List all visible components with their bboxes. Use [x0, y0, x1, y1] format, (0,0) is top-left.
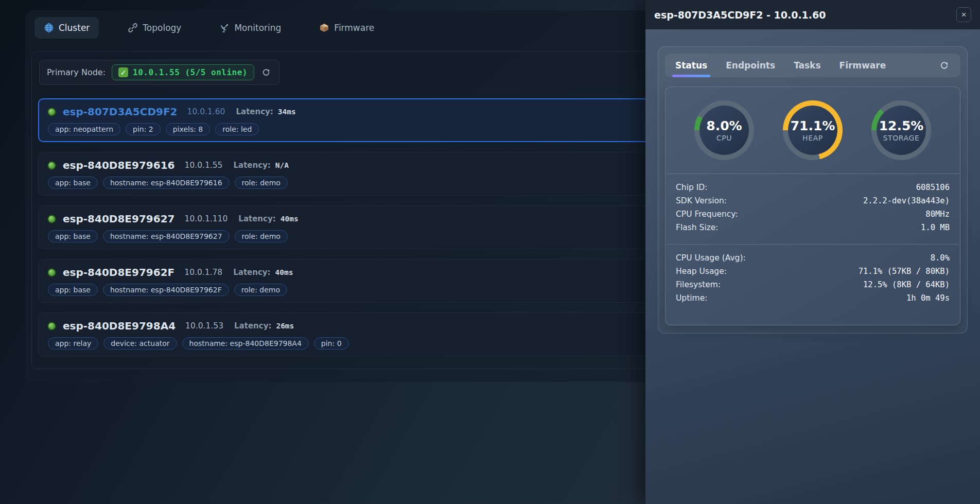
info-row: Heap Usage: 71.1% (57KB / 80KB)	[676, 267, 950, 280]
nav-tab-firmware[interactable]: Firmware	[310, 17, 383, 39]
nav-tab-cluster[interactable]: Cluster	[34, 17, 99, 39]
node-badge: app: relay	[48, 337, 98, 350]
node-online-icon	[47, 161, 56, 170]
latency-label: Latency:	[238, 214, 275, 223]
node-ip: 10.0.1.55	[185, 161, 223, 170]
check-icon: ✓	[118, 67, 128, 77]
node-name[interactable]: esp-840D8E979627	[63, 213, 175, 225]
detail-tab-bar: Status Endpoints Tasks Firmware	[665, 54, 960, 77]
info-value: 12.5% (8KB / 64KB)	[863, 280, 950, 289]
nav-tab-label: Firmware	[334, 23, 374, 33]
node-badge: app: base	[48, 230, 98, 242]
status-panel: 8.0% CPU 71.1% HEAP 12.5% STORAGE	[665, 86, 960, 325]
info-label: CPU Usage (Avg):	[676, 253, 746, 263]
info-label: CPU Frequency:	[676, 210, 738, 219]
node-badge: app: neopattern	[48, 123, 120, 135]
node-online-icon	[47, 215, 56, 223]
info-row: Flash Size: 1.0 MB	[676, 223, 950, 236]
drawer-header: esp-807D3A5CD9F2 - 10.0.1.60 ×	[645, 0, 980, 29]
usage-info-section: CPU Usage (Avg): 8.0% Heap Usage: 71.1% …	[666, 245, 960, 315]
info-row: Filesystem: 12.5% (8KB / 64KB)	[676, 280, 950, 293]
nav-tab-label: Monitoring	[234, 23, 281, 33]
latency-value: 40ms	[275, 268, 293, 276]
info-label: Chip ID:	[676, 183, 707, 192]
drawer-title: esp-807D3A5CD9F2 - 10.0.1.60	[654, 9, 826, 21]
info-value: 1h 0m 49s	[906, 293, 950, 303]
node-badge: pixels: 8	[166, 123, 211, 135]
info-row: Chip ID: 6085106	[676, 183, 950, 196]
node-name[interactable]: esp-840D8E9798A4	[63, 320, 176, 332]
node-badge: device: actuator	[103, 337, 177, 350]
node-badge: role: demo	[234, 284, 287, 296]
info-value: 6085106	[916, 183, 950, 192]
latency-value: 34ms	[278, 108, 296, 116]
node-badge: hostname: esp-840D8E9798A4	[182, 337, 309, 350]
storage-gauge: 12.5% STORAGE	[871, 100, 931, 160]
storage-gauge-label: STORAGE	[883, 134, 920, 142]
primary-node-label: Primary Node:	[47, 67, 106, 77]
node-ip: 10.0.1.78	[184, 268, 222, 277]
latency-label: Latency:	[233, 268, 270, 277]
link-icon	[128, 23, 138, 33]
info-row: CPU Frequency: 80MHz	[676, 210, 950, 223]
info-row: Uptime: 1h 0m 49s	[676, 293, 950, 307]
latency-value: 26ms	[276, 322, 294, 330]
package-icon	[319, 23, 329, 33]
primary-node-value: 10.0.1.55 (5/5 online)	[133, 67, 248, 77]
tab-status[interactable]: Status	[675, 54, 707, 77]
info-label: SDK Version:	[676, 196, 727, 205]
node-badge: app: base	[48, 284, 98, 296]
node-ip: 10.0.1.53	[185, 321, 223, 331]
info-label: Heap Usage:	[676, 267, 727, 276]
node-online-icon	[47, 108, 56, 116]
refresh-status-button[interactable]	[938, 60, 950, 72]
info-row: CPU Usage (Avg): 8.0%	[676, 253, 950, 267]
info-value: 71.1% (57KB / 80KB)	[859, 267, 950, 276]
node-name[interactable]: esp-807D3A5CD9F2	[63, 106, 178, 118]
info-value: 2.2.2-dev(38a443e)	[863, 196, 950, 205]
info-label: Filesystem:	[676, 280, 721, 289]
latency-label: Latency:	[234, 321, 271, 331]
globe-icon	[44, 23, 54, 33]
node-badge: role: demo	[235, 177, 288, 189]
node-badge: hostname: esp-840D8E97962F	[103, 284, 229, 296]
node-ip: 10.0.1.60	[187, 107, 225, 116]
tab-tasks[interactable]: Tasks	[794, 54, 820, 77]
info-row: SDK Version: 2.2.2-dev(38a443e)	[676, 196, 950, 210]
latency-value: N/A	[275, 161, 289, 169]
tab-endpoints[interactable]: Endpoints	[726, 54, 775, 77]
tab-firmware[interactable]: Firmware	[839, 54, 886, 77]
storage-gauge-value: 12.5%	[879, 118, 924, 133]
latency-label: Latency:	[236, 107, 273, 116]
primary-node-bar: Primary Node: ✓ 10.0.1.55 (5/5 online)	[39, 60, 279, 85]
detail-card: Status Endpoints Tasks Firmware 8.0% CPU	[658, 46, 968, 334]
node-badge: role: demo	[235, 230, 288, 242]
cpu-gauge-value: 8.0%	[706, 118, 742, 133]
node-badge: hostname: esp-840D8E979616	[103, 177, 230, 189]
close-drawer-button[interactable]: ×	[956, 7, 971, 22]
node-online-icon	[47, 268, 56, 277]
gauge-row: 8.0% CPU 71.1% HEAP 12.5% STORAGE	[666, 87, 960, 173]
node-badge: pin: 0	[314, 337, 349, 350]
latency-value: 40ms	[281, 215, 299, 223]
primary-node-status-chip: ✓ 10.0.1.55 (5/5 online)	[112, 64, 254, 80]
info-label: Uptime:	[676, 293, 707, 303]
refresh-cluster-button[interactable]	[260, 67, 272, 78]
refresh-icon	[939, 61, 949, 71]
satellite-icon	[219, 23, 230, 33]
node-badge: app: base	[48, 177, 98, 189]
node-badge: pin: 2	[126, 123, 161, 135]
nav-tab-topology[interactable]: Topology	[118, 17, 190, 39]
node-detail-drawer: esp-807D3A5CD9F2 - 10.0.1.60 × Status En…	[645, 0, 980, 504]
node-ip: 10.0.1.110	[185, 214, 228, 223]
cpu-gauge: 8.0% CPU	[694, 100, 754, 160]
node-online-icon	[47, 322, 56, 331]
heap-gauge-value: 71.1%	[791, 118, 835, 133]
node-name[interactable]: esp-840D8E979616	[63, 159, 175, 171]
node-name[interactable]: esp-840D8E97962F	[63, 266, 174, 279]
cpu-gauge-label: CPU	[716, 134, 732, 142]
drawer-body: Status Endpoints Tasks Firmware 8.0% CPU	[645, 29, 980, 504]
node-badge: role: led	[215, 123, 259, 135]
info-value: 1.0 MB	[921, 223, 950, 232]
nav-tab-monitoring[interactable]: Monitoring	[210, 17, 290, 39]
